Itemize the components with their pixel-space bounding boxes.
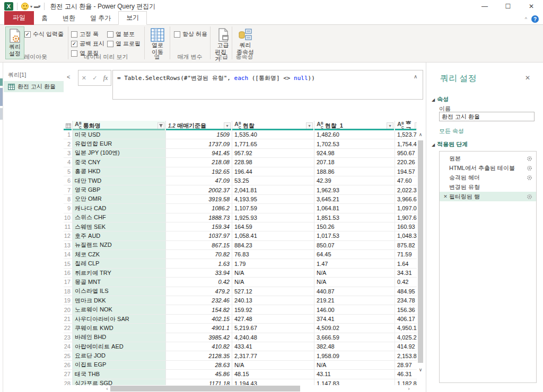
row-number[interactable]: 7 <box>64 185 73 194</box>
table-cell[interactable]: 스위스 CHF <box>73 213 166 222</box>
row-number[interactable]: 20 <box>64 305 73 314</box>
formula-commit-icon[interactable]: ✓ <box>92 75 97 82</box>
properties-section-header[interactable]: ◢속성 <box>432 95 449 103</box>
table-cell[interactable]: 950.67 <box>395 149 417 157</box>
table-cell[interactable]: 1.47 <box>314 259 395 268</box>
table-cell[interactable]: 3,966.61 <box>395 195 417 203</box>
checkbox-formula-bar[interactable]: 수식 입력줄 <box>24 30 64 38</box>
row-number[interactable]: 18 <box>64 287 73 296</box>
table-cell[interactable]: 382.48 <box>314 342 395 351</box>
row-number[interactable]: 24 <box>64 342 73 351</box>
row-number[interactable]: 25 <box>64 351 73 360</box>
row-number[interactable]: 12 <box>64 231 73 240</box>
table-cell[interactable]: 64.45 <box>314 250 395 259</box>
table-cell[interactable]: 바레인 BHD <box>73 333 166 342</box>
table-cell[interactable]: 1737.09 <box>166 139 232 148</box>
row-number[interactable]: 11 <box>64 222 73 231</box>
table-cell[interactable]: 218.08 <box>166 158 232 166</box>
table-cell[interactable]: 1,017.53 <box>314 231 395 240</box>
table-cell[interactable]: 스웨덴 SEK <box>73 222 166 231</box>
applied-step[interactable]: 변경된 유형 <box>440 182 536 192</box>
table-cell[interactable]: 캐나다 CAD <box>73 204 166 212</box>
table-cell[interactable]: 몽골 MNT <box>73 278 166 286</box>
row-number[interactable]: 27 <box>64 370 73 378</box>
row-number[interactable]: 2 <box>64 139 73 148</box>
table-cell[interactable]: 1,107.59 <box>232 204 314 212</box>
table-cell[interactable]: 484.95 <box>395 287 417 296</box>
table-cell[interactable]: 1,958.09 <box>314 351 395 360</box>
table-cell[interactable]: N/A <box>314 278 395 286</box>
query-name-input[interactable]: 환전 고시 환율 <box>439 112 535 121</box>
table-cell[interactable]: 884.23 <box>232 241 314 250</box>
delete-step-icon[interactable]: ✕ <box>442 194 449 199</box>
table-cell[interactable]: 1509 <box>166 130 232 139</box>
table-cell[interactable]: 체코 CZK <box>73 250 166 259</box>
row-number[interactable]: 4 <box>64 158 73 166</box>
horizontal-scrollbar[interactable]: ‹ › <box>64 385 424 392</box>
table-cell[interactable]: 노르웨이 NOK <box>73 305 166 314</box>
column-dropdown-icon[interactable]: ▾ <box>415 122 417 129</box>
row-number[interactable]: 23 <box>64 333 73 342</box>
table-cell[interactable]: 232.46 <box>166 296 232 305</box>
table-cell[interactable]: 427.48 <box>232 315 314 323</box>
table-cell[interactable]: 1,064.81 <box>314 204 395 212</box>
table-cell[interactable]: 42.39 <box>314 176 395 185</box>
table-cell[interactable]: 220.26 <box>395 158 417 166</box>
table-cell[interactable]: 71.59 <box>395 250 417 259</box>
table-cell[interactable]: 402.15 <box>166 315 232 323</box>
table-cell[interactable]: 234.78 <box>395 296 417 305</box>
table-cell[interactable]: 414.92 <box>395 342 417 351</box>
gear-icon[interactable] <box>527 194 533 200</box>
table-cell[interactable]: 1,058.41 <box>232 231 314 240</box>
row-number[interactable]: 21 <box>64 315 73 323</box>
table-cell[interactable]: 1,851.53 <box>314 213 395 222</box>
formula-bar-collapse-icon[interactable]: ∧ <box>414 74 417 79</box>
table-cell[interactable]: 4,950.11 <box>395 324 417 332</box>
table-cell[interactable]: 194.57 <box>395 167 417 176</box>
table-cell[interactable]: 유럽연합 EUR <box>73 139 166 148</box>
table-cell[interactable]: 479.2 <box>166 287 232 296</box>
row-number[interactable]: 10 <box>64 213 73 222</box>
table-cell[interactable]: 이스라엘 ILS <box>73 287 166 296</box>
applied-step[interactable]: ✕필터링된 행 <box>440 192 536 201</box>
table-cell[interactable]: 70.82 <box>166 250 232 259</box>
table-cell[interactable]: 오만 OMR <box>73 195 166 203</box>
table-cell[interactable]: 4,193.95 <box>232 195 314 203</box>
scroll-left-icon[interactable]: ‹ <box>103 385 111 392</box>
table-cell[interactable]: 5,219.67 <box>232 324 314 332</box>
table-cell[interactable]: 28.97 <box>395 361 417 369</box>
scroll-right-icon[interactable]: › <box>405 385 413 392</box>
table-cell[interactable]: 1,925.93 <box>232 213 314 222</box>
table-cell[interactable]: 76.83 <box>232 250 314 259</box>
table-cell[interactable]: 3919.58 <box>166 195 232 203</box>
table-cell[interactable]: 1888.73 <box>166 213 232 222</box>
table-cell[interactable]: 1,523.70 <box>395 130 417 139</box>
table-cell[interactable]: 45.86 <box>166 370 232 378</box>
table-cell[interactable]: 188.86 <box>314 167 395 176</box>
collapse-ribbon-icon[interactable]: ^ <box>525 16 527 22</box>
table-cell[interactable]: 1,962.93 <box>314 185 395 194</box>
applied-step[interactable]: HTML에서 추출된 테이블 <box>440 163 536 173</box>
table-cell[interactable]: 태국 THB <box>73 370 166 378</box>
table-cell[interactable]: 192.65 <box>166 167 232 176</box>
table-cell[interactable]: 240.13 <box>232 296 314 305</box>
minimize-button[interactable]: — <box>473 0 496 13</box>
table-cell[interactable]: 867.15 <box>166 241 232 250</box>
table-cell[interactable]: 중국 CNY <box>73 158 166 166</box>
table-cell[interactable]: 160.93 <box>395 222 417 231</box>
panel-close-icon[interactable]: ✕ <box>525 74 530 82</box>
quick-access-toolbar-customize-icon[interactable]: ▬▾ <box>34 4 40 9</box>
scroll-up-icon[interactable]: ∧ <box>417 131 424 138</box>
formula-cancel-icon[interactable]: ✕ <box>82 75 86 82</box>
tab-file[interactable]: 파일 <box>4 11 34 25</box>
scroll-down-icon[interactable]: ∨ <box>417 366 424 373</box>
table-cell[interactable]: 1037.97 <box>166 231 232 240</box>
applied-step[interactable]: 승격된 헤더 <box>440 173 536 182</box>
table-cell[interactable]: 219.21 <box>314 296 395 305</box>
table-cell[interactable]: 뉴질랜드 NZD <box>73 241 166 250</box>
table-cell[interactable]: 덴마크 DKK <box>73 296 166 305</box>
table-cell[interactable]: 34.31 <box>395 269 417 277</box>
row-number[interactable]: 5 <box>64 167 73 176</box>
table-cell[interactable]: 850.07 <box>314 241 395 250</box>
table-cell[interactable]: 영국 GBP <box>73 185 166 194</box>
